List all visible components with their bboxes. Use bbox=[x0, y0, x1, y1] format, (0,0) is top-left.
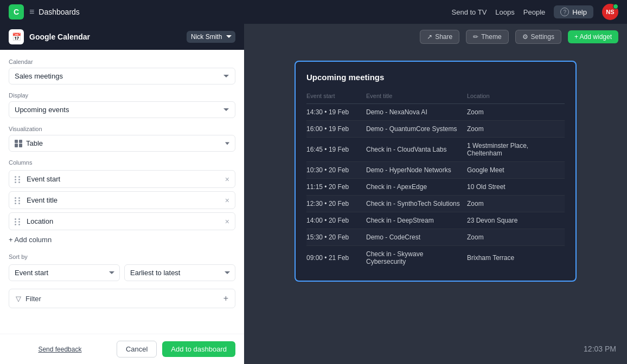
config-panel: 📅 Google Calendar Nick Smith Calendar Sa… bbox=[0, 24, 244, 364]
header-event-start: Event start bbox=[306, 90, 366, 104]
sort-label: Sort by bbox=[9, 253, 235, 260]
visualization-label: Visualization bbox=[9, 126, 235, 132]
app-title: Dashboards bbox=[39, 8, 80, 16]
table-row: 14:00 • 20 Feb Check in - DeepStream 23 … bbox=[306, 212, 565, 229]
cell-event-start: 14:00 • 20 Feb bbox=[306, 212, 366, 229]
add-column-button[interactable]: + Add column bbox=[9, 233, 235, 246]
table-row: 10:30 • 20 Feb Demo - HyperNode Networks… bbox=[306, 162, 565, 179]
cell-location: Zoom bbox=[467, 229, 565, 246]
main-area: 📅 Google Calendar Nick Smith Calendar Sa… bbox=[0, 24, 627, 364]
app-logo[interactable]: C bbox=[9, 4, 24, 20]
theme-button[interactable]: ✏ Theme bbox=[466, 30, 508, 44]
cell-event-start: 11:15 • 20 Feb bbox=[306, 179, 366, 196]
filter-left: ▽ Filter bbox=[16, 295, 41, 303]
column-name-location: Location bbox=[27, 217, 225, 225]
panel-footer: Send feedback Cancel Add to dashboard bbox=[0, 334, 244, 364]
send-feedback-button[interactable]: Send feedback bbox=[9, 346, 111, 353]
visualization-select[interactable]: Table bbox=[9, 135, 235, 152]
widget-icon: 📅 bbox=[9, 29, 24, 44]
sort-order-select[interactable]: Earliest to latest bbox=[124, 264, 235, 281]
column-item-event-start: Event start × bbox=[9, 170, 235, 188]
user-select[interactable]: Nick Smith bbox=[187, 31, 235, 43]
table-grid-icon bbox=[15, 140, 22, 147]
filter-plus-icon[interactable]: + bbox=[223, 294, 228, 303]
top-navigation: C ≡ Dashboards Send to TV Loops People ?… bbox=[0, 0, 627, 24]
cell-event-title: Check in - CloudVanta Labs bbox=[366, 138, 467, 162]
nav-actions: Send to TV Loops People ? Help NS bbox=[452, 4, 618, 20]
cell-event-title: Demo - HyperNode Networks bbox=[366, 162, 467, 179]
cell-event-title: Check in - ApexEdge bbox=[366, 179, 467, 196]
cell-event-start: 10:30 • 20 Feb bbox=[306, 162, 366, 179]
header-event-title: Event title bbox=[366, 90, 467, 104]
cell-event-title: Check in - Skywave Cybersecurity bbox=[366, 246, 467, 270]
widget-header: 📅 Google Calendar Nick Smith bbox=[0, 24, 244, 50]
cell-event-start: 16:45 • 19 Feb bbox=[306, 138, 366, 162]
cell-location: Google Meet bbox=[467, 162, 565, 179]
cell-location: 23 Devon Square bbox=[467, 212, 565, 229]
column-remove-event-title[interactable]: × bbox=[225, 197, 229, 204]
loops-link[interactable]: Loops bbox=[495, 8, 514, 16]
columns-section: Columns Event start × Event title × bbox=[9, 159, 235, 246]
right-toolbar: ↗ Share ✏ Theme ⚙ Settings + Add widget bbox=[244, 24, 627, 50]
calendar-field-group: Calendar Sales meetings bbox=[9, 58, 235, 84]
drag-handle-3[interactable] bbox=[15, 218, 21, 225]
filter-section: ▽ Filter + bbox=[9, 289, 235, 308]
visualization-value: Table bbox=[26, 139, 43, 147]
column-name-event-title: Event title bbox=[27, 196, 225, 204]
cancel-button[interactable]: Cancel bbox=[117, 341, 157, 358]
column-item-location: Location × bbox=[9, 212, 235, 230]
cell-event-start: 09:00 • 21 Feb bbox=[306, 246, 366, 270]
sort-row: Event start Earliest to latest bbox=[9, 264, 235, 281]
table-row: 09:00 • 21 Feb Check in - Skywave Cybers… bbox=[306, 246, 565, 270]
people-link[interactable]: People bbox=[523, 8, 545, 16]
cell-location: Zoom bbox=[467, 104, 565, 121]
table-row: 16:45 • 19 Feb Check in - CloudVanta Lab… bbox=[306, 138, 565, 162]
right-content: Upcoming meetings Event start Event titl… bbox=[244, 50, 627, 364]
cell-event-start: 14:30 • 19 Feb bbox=[306, 104, 366, 121]
help-button[interactable]: ? Help bbox=[554, 5, 593, 18]
hamburger-icon[interactable]: ≡ bbox=[29, 7, 34, 17]
cell-event-title: Check in - DeepStream bbox=[366, 212, 467, 229]
time-display: 12:03 PM bbox=[584, 344, 616, 353]
header-location: Location bbox=[467, 90, 565, 104]
table-row: 14:30 • 19 Feb Demo - NexaNova AI Zoom bbox=[306, 104, 565, 121]
table-row: 11:15 • 20 Feb Check in - ApexEdge 10 Ol… bbox=[306, 179, 565, 196]
filter-icon: ▽ bbox=[16, 295, 21, 303]
sort-field-select[interactable]: Event start bbox=[9, 264, 120, 281]
cell-event-start: 12:30 • 20 Feb bbox=[306, 196, 366, 212]
calendar-select[interactable]: Sales meetings bbox=[9, 68, 235, 84]
cell-event-title: Demo - NexaNova AI bbox=[366, 104, 467, 121]
filter-label: Filter bbox=[25, 295, 41, 303]
avatar[interactable]: NS bbox=[602, 4, 618, 20]
cell-location: Zoom bbox=[467, 121, 565, 138]
column-name-event-start: Event start bbox=[27, 175, 225, 183]
cell-event-title: Check in - SynthoTech Solutions bbox=[366, 196, 467, 212]
add-column-label: + Add column bbox=[9, 236, 52, 244]
column-remove-location[interactable]: × bbox=[225, 218, 229, 225]
share-button[interactable]: ↗ Share bbox=[420, 30, 459, 44]
add-widget-button[interactable]: + Add widget bbox=[568, 30, 618, 43]
drag-handle-2[interactable] bbox=[15, 197, 21, 204]
filter-row[interactable]: ▽ Filter + bbox=[9, 289, 235, 308]
display-field-group: Display Upcoming events bbox=[9, 92, 235, 118]
question-icon: ? bbox=[560, 8, 569, 16]
table-row: 15:30 • 20 Feb Demo - CodeCrest Zoom bbox=[306, 229, 565, 246]
table-row: 16:00 • 19 Feb Demo - QuantumCore System… bbox=[306, 121, 565, 138]
sort-section: Sort by Event start Earliest to latest bbox=[9, 253, 235, 281]
columns-label: Columns bbox=[9, 159, 235, 166]
column-remove-event-start[interactable]: × bbox=[225, 176, 229, 183]
cell-event-title: Demo - QuantumCore Systems bbox=[366, 121, 467, 138]
cell-event-start: 15:30 • 20 Feb bbox=[306, 229, 366, 246]
drag-handle[interactable] bbox=[15, 176, 21, 183]
panel-content: Calendar Sales meetings Display Upcoming… bbox=[0, 50, 244, 334]
send-to-tv-link[interactable]: Send to TV bbox=[452, 8, 487, 16]
add-to-dashboard-button[interactable]: Add to dashboard bbox=[162, 341, 235, 357]
settings-button[interactable]: ⚙ Settings bbox=[515, 30, 561, 44]
column-item-event-title: Event title × bbox=[9, 191, 235, 209]
cell-location: 1 Westminster Place, Cheltenham bbox=[467, 138, 565, 162]
gear-icon: ⚙ bbox=[522, 33, 528, 41]
display-select[interactable]: Upcoming events bbox=[9, 101, 235, 118]
cell-event-title: Demo - CodeCrest bbox=[366, 229, 467, 246]
brush-icon: ✏ bbox=[473, 33, 478, 41]
cell-location: Brixham Terrace bbox=[467, 246, 565, 270]
